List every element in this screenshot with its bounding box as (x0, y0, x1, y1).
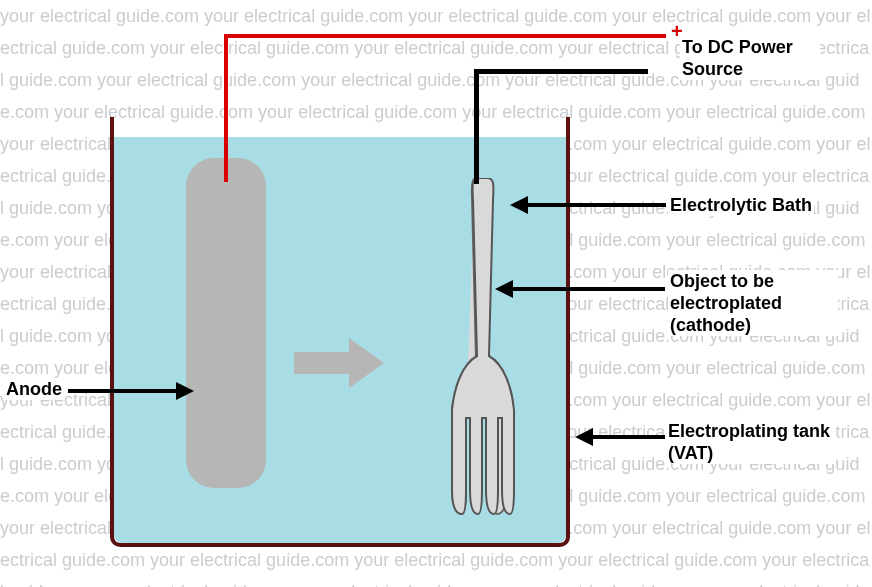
svg-marker-8 (575, 428, 593, 446)
negative-wire-vertical (474, 69, 479, 184)
svg-marker-4 (510, 196, 528, 214)
label-cathode: Object to be electroplated (cathode) (668, 270, 838, 336)
label-dc-power: To DC Power Source (680, 36, 820, 80)
svg-marker-0 (294, 338, 384, 388)
positive-wire-horizontal (224, 34, 666, 38)
arrow-bath-icon (510, 196, 666, 216)
label-tank: Electroplating tank (VAT) (666, 420, 836, 464)
svg-marker-2 (176, 382, 194, 400)
positive-wire-vertical (224, 34, 228, 182)
ion-flow-arrow-icon (294, 338, 384, 388)
negative-wire-horizontal (474, 69, 648, 74)
arrow-anode-icon (68, 382, 194, 402)
anode-electrode (186, 158, 266, 488)
label-electrolytic-bath: Electrolytic Bath (668, 194, 814, 216)
svg-marker-6 (495, 280, 513, 298)
arrow-tank-icon (575, 428, 665, 448)
label-anode: Anode (4, 378, 64, 400)
fork-cathode (442, 178, 517, 518)
arrow-cathode-icon (495, 280, 665, 300)
